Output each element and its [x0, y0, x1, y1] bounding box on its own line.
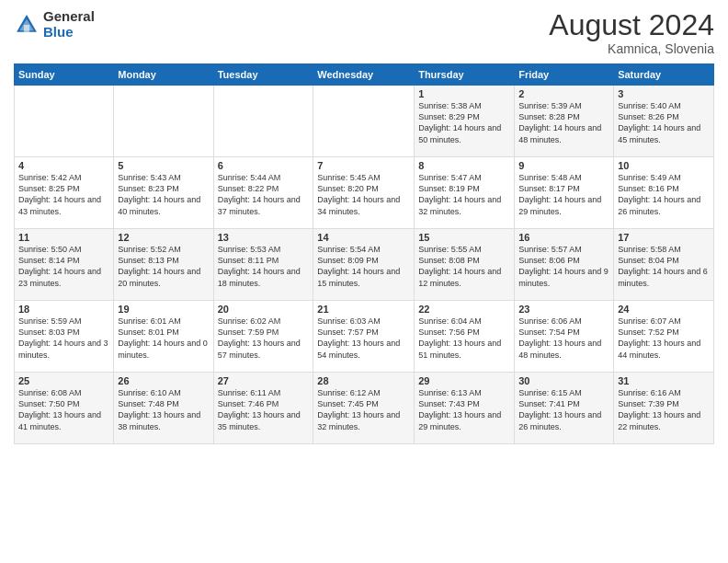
day-info: Sunrise: 6:16 AMSunset: 7:39 PMDaylight:…: [618, 387, 710, 432]
day-info: Sunrise: 5:53 AMSunset: 8:11 PMDaylight:…: [218, 244, 310, 289]
day-number: 2: [518, 88, 609, 99]
day-number: 3: [618, 88, 710, 99]
day-info: Sunrise: 5:59 AMSunset: 8:03 PMDaylight:…: [18, 316, 109, 361]
day-info: Sunrise: 5:52 AMSunset: 8:13 PMDaylight:…: [118, 244, 209, 289]
header: General Blue August 2024 Kamnica, Sloven…: [14, 9, 714, 56]
day-number: 18: [18, 304, 109, 315]
calendar-cell: 11Sunrise: 5:50 AMSunset: 8:14 PMDayligh…: [15, 229, 114, 301]
day-number: 28: [317, 375, 410, 386]
day-number: 12: [118, 232, 209, 243]
calendar-cell: 29Sunrise: 6:13 AMSunset: 7:43 PMDayligh…: [415, 373, 515, 444]
day-info: Sunrise: 6:13 AMSunset: 7:43 PMDaylight:…: [418, 387, 510, 432]
calendar-cell: 26Sunrise: 6:10 AMSunset: 7:48 PMDayligh…: [114, 373, 213, 444]
header-wednesday: Wednesday: [313, 64, 415, 86]
logo-blue-text: Blue: [43, 25, 95, 40]
day-number: 26: [118, 375, 209, 386]
day-number: 31: [618, 375, 710, 386]
day-info: Sunrise: 5:42 AMSunset: 8:25 PMDaylight:…: [18, 172, 109, 217]
calendar-cell: 25Sunrise: 6:08 AMSunset: 7:50 PMDayligh…: [15, 373, 114, 444]
calendar-week-1: 4Sunrise: 5:42 AMSunset: 8:25 PMDaylight…: [15, 157, 714, 229]
page: General Blue August 2024 Kamnica, Sloven…: [0, 0, 728, 563]
calendar-cell: 21Sunrise: 6:03 AMSunset: 7:57 PMDayligh…: [313, 301, 415, 373]
day-info: Sunrise: 6:06 AMSunset: 7:54 PMDaylight:…: [518, 316, 609, 361]
day-info: Sunrise: 6:11 AMSunset: 7:46 PMDaylight:…: [218, 387, 310, 432]
header-row: Sunday Monday Tuesday Wednesday Thursday…: [15, 64, 714, 86]
day-info: Sunrise: 5:55 AMSunset: 8:08 PMDaylight:…: [418, 244, 510, 289]
header-tuesday: Tuesday: [213, 64, 313, 86]
calendar-cell: 28Sunrise: 6:12 AMSunset: 7:45 PMDayligh…: [313, 373, 415, 444]
calendar-body: 1Sunrise: 5:38 AMSunset: 8:29 PMDaylight…: [15, 86, 714, 444]
calendar-cell: [15, 86, 114, 157]
day-number: 25: [18, 375, 109, 386]
calendar-cell: 31Sunrise: 6:16 AMSunset: 7:39 PMDayligh…: [614, 373, 714, 444]
calendar-cell: 8Sunrise: 5:47 AMSunset: 8:19 PMDaylight…: [415, 157, 515, 229]
day-number: 10: [618, 160, 710, 171]
calendar-cell: [213, 86, 313, 157]
calendar-cell: 5Sunrise: 5:43 AMSunset: 8:23 PMDaylight…: [114, 157, 213, 229]
day-info: Sunrise: 6:15 AMSunset: 7:41 PMDaylight:…: [518, 387, 609, 432]
day-info: Sunrise: 6:01 AMSunset: 8:01 PMDaylight:…: [118, 316, 209, 361]
title-block: August 2024 Kamnica, Slovenia: [549, 9, 714, 56]
calendar-week-0: 1Sunrise: 5:38 AMSunset: 8:29 PMDaylight…: [15, 86, 714, 157]
calendar-cell: 20Sunrise: 6:02 AMSunset: 7:59 PMDayligh…: [213, 301, 313, 373]
calendar-cell: [313, 86, 415, 157]
calendar-cell: 7Sunrise: 5:45 AMSunset: 8:20 PMDaylight…: [313, 157, 415, 229]
calendar-cell: 12Sunrise: 5:52 AMSunset: 8:13 PMDayligh…: [114, 229, 213, 301]
calendar-cell: 16Sunrise: 5:57 AMSunset: 8:06 PMDayligh…: [515, 229, 614, 301]
calendar-cell: 18Sunrise: 5:59 AMSunset: 8:03 PMDayligh…: [15, 301, 114, 373]
calendar-week-3: 18Sunrise: 5:59 AMSunset: 8:03 PMDayligh…: [15, 301, 714, 373]
day-number: 27: [218, 375, 310, 386]
calendar-cell: 3Sunrise: 5:40 AMSunset: 8:26 PMDaylight…: [614, 86, 714, 157]
calendar-cell: [114, 86, 213, 157]
calendar-table: Sunday Monday Tuesday Wednesday Thursday…: [14, 63, 714, 444]
day-number: 16: [518, 232, 609, 243]
calendar-header: Sunday Monday Tuesday Wednesday Thursday…: [15, 64, 714, 86]
day-number: 11: [18, 232, 109, 243]
day-number: 23: [518, 304, 609, 315]
calendar-cell: 2Sunrise: 5:39 AMSunset: 8:28 PMDaylight…: [515, 86, 614, 157]
calendar-cell: 9Sunrise: 5:48 AMSunset: 8:17 PMDaylight…: [515, 157, 614, 229]
calendar-cell: 24Sunrise: 6:07 AMSunset: 7:52 PMDayligh…: [614, 301, 714, 373]
day-number: 20: [218, 304, 310, 315]
day-info: Sunrise: 6:07 AMSunset: 7:52 PMDaylight:…: [618, 316, 710, 361]
day-info: Sunrise: 5:58 AMSunset: 8:04 PMDaylight:…: [618, 244, 710, 289]
day-number: 15: [418, 232, 510, 243]
calendar-cell: 19Sunrise: 6:01 AMSunset: 8:01 PMDayligh…: [114, 301, 213, 373]
day-number: 7: [317, 160, 410, 171]
day-info: Sunrise: 6:04 AMSunset: 7:56 PMDaylight:…: [418, 316, 510, 361]
day-number: 29: [418, 375, 510, 386]
month-year: August 2024: [549, 9, 714, 41]
day-info: Sunrise: 6:02 AMSunset: 7:59 PMDaylight:…: [218, 316, 310, 361]
day-number: 30: [518, 375, 609, 386]
day-number: 5: [118, 160, 209, 171]
day-info: Sunrise: 6:08 AMSunset: 7:50 PMDaylight:…: [18, 387, 109, 432]
day-number: 24: [618, 304, 710, 315]
day-number: 4: [18, 160, 109, 171]
calendar-cell: 13Sunrise: 5:53 AMSunset: 8:11 PMDayligh…: [213, 229, 313, 301]
calendar-cell: 6Sunrise: 5:44 AMSunset: 8:22 PMDaylight…: [213, 157, 313, 229]
calendar-cell: 23Sunrise: 6:06 AMSunset: 7:54 PMDayligh…: [515, 301, 614, 373]
day-info: Sunrise: 6:03 AMSunset: 7:57 PMDaylight:…: [317, 316, 410, 361]
day-info: Sunrise: 5:48 AMSunset: 8:17 PMDaylight:…: [518, 172, 609, 217]
logo-text: General Blue: [43, 9, 95, 40]
header-thursday: Thursday: [415, 64, 515, 86]
calendar-week-2: 11Sunrise: 5:50 AMSunset: 8:14 PMDayligh…: [15, 229, 714, 301]
day-info: Sunrise: 5:57 AMSunset: 8:06 PMDaylight:…: [518, 244, 609, 289]
day-info: Sunrise: 5:45 AMSunset: 8:20 PMDaylight:…: [317, 172, 410, 217]
location: Kamnica, Slovenia: [549, 41, 714, 56]
calendar-cell: 27Sunrise: 6:11 AMSunset: 7:46 PMDayligh…: [213, 373, 313, 444]
calendar-week-4: 25Sunrise: 6:08 AMSunset: 7:50 PMDayligh…: [15, 373, 714, 444]
calendar-cell: 10Sunrise: 5:49 AMSunset: 8:16 PMDayligh…: [614, 157, 714, 229]
day-number: 8: [418, 160, 510, 171]
day-info: Sunrise: 5:43 AMSunset: 8:23 PMDaylight:…: [118, 172, 209, 217]
day-info: Sunrise: 5:54 AMSunset: 8:09 PMDaylight:…: [317, 244, 410, 289]
logo-icon: [14, 12, 40, 38]
svg-rect-2: [24, 25, 29, 32]
day-info: Sunrise: 5:50 AMSunset: 8:14 PMDaylight:…: [18, 244, 109, 289]
day-number: 9: [518, 160, 609, 171]
logo-general-text: General: [43, 9, 95, 25]
day-info: Sunrise: 5:44 AMSunset: 8:22 PMDaylight:…: [218, 172, 310, 217]
calendar-cell: 4Sunrise: 5:42 AMSunset: 8:25 PMDaylight…: [15, 157, 114, 229]
day-info: Sunrise: 5:47 AMSunset: 8:19 PMDaylight:…: [418, 172, 510, 217]
day-number: 1: [418, 88, 510, 99]
